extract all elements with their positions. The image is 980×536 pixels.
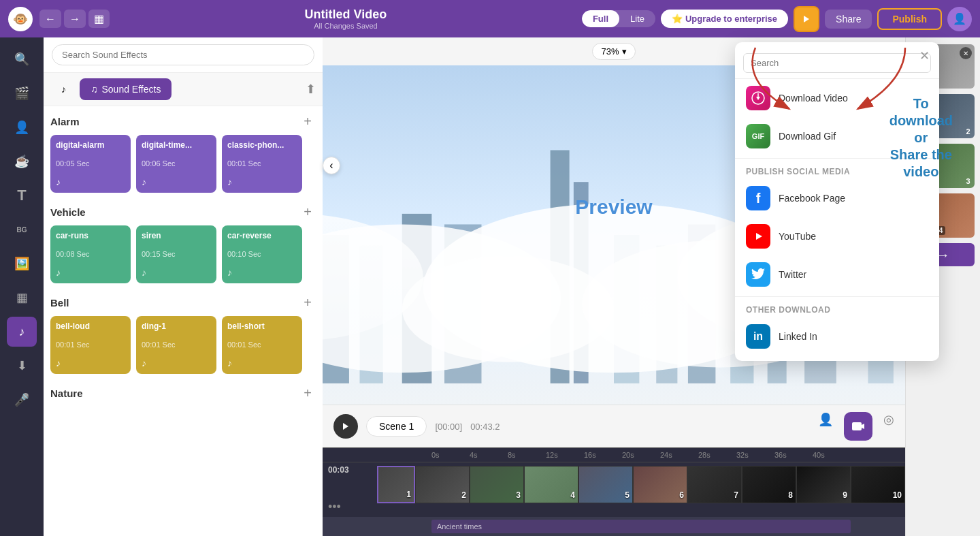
full-mode-button[interactable]: Full [582, 10, 619, 27]
redo-button[interactable]: → [64, 10, 86, 28]
sound-item-bell-short[interactable]: bell-short 00:01 Sec ♪ [222, 316, 302, 374]
publish-button[interactable]: Publish [877, 8, 942, 30]
category-vehicle-add[interactable]: + [299, 204, 316, 220]
frame-5[interactable]: 5 [578, 466, 633, 503]
divider-2 [735, 296, 939, 297]
effects-icon: ♫ [91, 84, 98, 95]
sound-name: digital-time... [142, 140, 211, 150]
ruler-16: 16s [584, 451, 622, 459]
sidebar-item-coffee[interactable]: ☕ [7, 146, 37, 176]
dropdown-item-download-gif[interactable]: GIF Download Gif [735, 117, 939, 155]
frame-num-6: 6 [679, 490, 684, 500]
sound-name: bell-short [227, 321, 297, 331]
ruler-40: 40s [813, 451, 851, 459]
twitter-label: Twitter [779, 269, 806, 280]
svg-marker-0 [804, 16, 809, 22]
frame-1[interactable]: 1 [377, 466, 415, 503]
frame-7[interactable]: 7 [687, 466, 742, 503]
sound-duration: 00:01 Sec [227, 159, 297, 168]
sidebar-item-search[interactable]: 🔍 [7, 44, 37, 74]
frame-10[interactable]: 10 [851, 466, 905, 503]
category-alarm-add[interactable]: + [299, 113, 316, 129]
sidebar-item-mic[interactable]: 🎤 [7, 385, 37, 415]
scene-camera-icon[interactable]: ◎ [883, 412, 894, 441]
share-button[interactable]: Share [825, 10, 872, 29]
svg-rect-27 [852, 422, 862, 430]
zoom-control[interactable]: 73% ▾ [592, 43, 635, 60]
sound-note-icon: ♪ [227, 176, 297, 187]
sound-item-siren[interactable]: siren 00:15 Sec ♪ [136, 225, 216, 283]
dropdown-item-youtube[interactable]: YouTube [735, 217, 939, 255]
sound-name: car-runs [56, 231, 125, 240]
category-nature-title: Nature [50, 388, 83, 399]
sound-item-car-runs[interactable]: car-runs 00:08 Sec ♪ [50, 225, 131, 283]
sound-search-input[interactable] [52, 44, 314, 65]
sidebar-item-type[interactable]: T [7, 180, 37, 210]
thumb-delete-1[interactable]: ✕ [960, 47, 972, 59]
publish-dropdown: ✕ Download Video GIF Download Gif Publis… [735, 42, 939, 361]
sidebar-item-image[interactable]: 🖼️ [7, 249, 37, 279]
scene-name[interactable]: Scene 1 [366, 416, 427, 437]
sidebar-item-bg[interactable]: BG [7, 215, 37, 245]
frame-9[interactable]: 9 [796, 466, 851, 503]
scene-icons: 👤 ◎ [818, 412, 894, 441]
ruler-24: 24s [660, 451, 698, 459]
lite-mode-button[interactable]: Lite [619, 10, 655, 27]
frame-num-7: 7 [734, 490, 738, 500]
sound-item-classic-phone[interactable]: classic-phon... 00:01 Sec ♪ [222, 135, 302, 193]
dropdown-item-facebook[interactable]: f Facebook Page [735, 179, 939, 217]
frame-8[interactable]: 8 [742, 466, 796, 503]
sound-note-icon: ♪ [227, 267, 297, 278]
upgrade-button[interactable]: ⭐ Upgrade to enterprise [661, 10, 788, 28]
dropdown-search-input[interactable] [743, 53, 931, 73]
scene-person-icon[interactable]: 👤 [818, 412, 833, 441]
dropdown-item-linkedin[interactable]: in Linked In [735, 317, 939, 356]
category-bell-add[interactable]: + [299, 294, 316, 311]
close-dropdown-button[interactable]: ✕ [916, 48, 932, 64]
frame-num-9: 9 [843, 490, 847, 500]
user-avatar[interactable]: 👤 [947, 7, 972, 31]
category-bell: Bell + bell-loud 00:01 Sec ♪ ding-1 00:0… [50, 294, 316, 374]
ruler-12: 12s [546, 451, 584, 459]
undo-button[interactable]: ← [39, 10, 61, 28]
sound-item-car-reverse[interactable]: car-reverse 00:10 Sec ♪ [222, 225, 302, 283]
frame-num-1: 1 [406, 490, 411, 499]
sound-item-digital-alarm[interactable]: digital-alarm 00:05 Sec ♪ [50, 135, 131, 193]
timeline-more-options[interactable]: ••• [328, 500, 372, 514]
frame-6[interactable]: 6 [633, 466, 687, 503]
timeline-audio: Ancient times [323, 517, 905, 536]
tab-music[interactable]: ♪ [50, 78, 77, 100]
scene-play-button[interactable] [333, 414, 358, 439]
sound-item-bell-loud[interactable]: bell-loud 00:01 Sec ♪ [50, 316, 131, 374]
category-vehicle: Vehicle + car-runs 00:08 Sec ♪ siren 00:… [50, 204, 316, 283]
logo-icon: 🐵 [13, 12, 28, 27]
li-text: in [753, 330, 763, 343]
preview-play-button[interactable] [794, 6, 819, 32]
category-nature: Nature + [50, 385, 316, 401]
frame-3[interactable]: 3 [470, 466, 524, 503]
frame-2[interactable]: 2 [415, 466, 470, 503]
audio-track[interactable]: Ancient times [431, 520, 851, 533]
sidebar-item-layout[interactable]: ▦ [7, 283, 37, 313]
sound-item-ding1[interactable]: ding-1 00:01 Sec ♪ [136, 316, 216, 374]
sound-note-icon: ♪ [56, 267, 125, 278]
sound-duration: 00:15 Sec [142, 250, 211, 258]
video-title[interactable]: Untitled Video [116, 7, 575, 22]
frame-4[interactable]: 4 [524, 466, 578, 503]
collapse-panel-button[interactable]: ‹ [323, 157, 340, 174]
upload-sound-button[interactable]: ⬆ [306, 82, 316, 97]
scene-video-icon[interactable] [844, 412, 872, 441]
copy-button[interactable]: ▦ [88, 10, 110, 28]
sidebar-item-download[interactable]: ⬇ [7, 351, 37, 381]
tab-sound-effects[interactable]: ♫ Sound Effects [80, 78, 172, 100]
app-logo[interactable]: 🐵 [8, 7, 33, 31]
sound-item-digital-timer[interactable]: digital-time... 00:06 Sec ♪ [136, 135, 216, 193]
category-nature-add[interactable]: + [299, 385, 316, 401]
sidebar-item-audio[interactable]: ♪ [7, 317, 37, 347]
dropdown-item-twitter[interactable]: Twitter [735, 255, 939, 294]
timeline-frames: 1 2 3 4 5 6 [377, 466, 905, 503]
preview-label: Preview [575, 195, 652, 219]
sidebar-item-text[interactable]: 👤 [7, 112, 37, 142]
dropdown-item-download-video[interactable]: Download Video [735, 79, 939, 117]
sidebar-item-media[interactable]: 🎬 [7, 78, 37, 108]
